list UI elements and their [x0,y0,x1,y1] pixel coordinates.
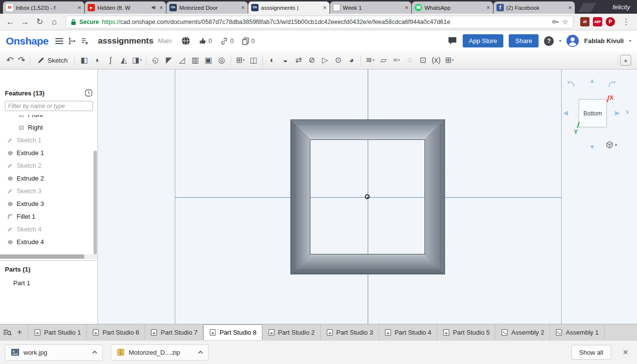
workspace-label[interactable]: Main [158,37,171,45]
link-counter[interactable]: 0 [220,37,234,45]
top-plane-left-edge-line[interactable] [175,69,175,324]
pinterest-icon[interactable]: P [606,17,615,26]
tab-close-icon[interactable]: × [323,4,327,11]
url-text[interactable]: https://cad.onshape.com/documents/0587d7… [102,19,549,25]
vertical-scrollbar-thumb[interactable] [94,151,97,254]
rib-icon[interactable]: ▥ [189,53,202,67]
browser-tab-motorized-door[interactable]: OnMotorized Door× [166,1,248,14]
view-options-menu[interactable]: ▾ [606,141,617,149]
feature-item-sketch-1[interactable]: Sketch 1 [0,134,97,146]
tab-close-icon[interactable]: × [241,4,245,11]
undo-button[interactable]: ↶ [4,53,16,67]
view-up-arrow-icon[interactable]: ▲ [589,77,595,84]
variable-icon[interactable]: (x) [429,53,443,67]
app-store-button[interactable]: App Store [463,34,504,47]
boolean-icon[interactable]: ◐ [265,53,279,67]
feature-item-extrude-3[interactable]: Extrude 3 [0,197,97,210]
share-button[interactable]: Share [509,34,539,47]
new-tab-button[interactable] [578,3,596,12]
feature-item-extrude-2[interactable]: Extrude 2 [0,172,97,184]
view-rotate-cw-icon[interactable] [607,80,617,89]
browser-tab-inbox-1-523-f[interactable]: MInbox (1,523) - f× [3,1,84,14]
delete-part-icon[interactable]: ⊘ [305,53,318,67]
redo-button[interactable]: ↷ [16,53,27,67]
bookmark-star-icon[interactable]: ☆ [562,18,568,26]
tab-part-studio-3[interactable]: Part Studio 3 [321,324,379,340]
sweep-icon[interactable]: ∫ [104,53,117,67]
part-list-item[interactable]: Part 1 [0,277,97,289]
tab-part-studio-7[interactable]: Part Studio 7 [145,324,203,340]
tab-part-studio-6[interactable]: Part Studio 6 [87,324,145,340]
download-item-motorized-d-zip[interactable]: Motorized_D....zip [111,344,209,361]
close-downloads-icon[interactable]: × [619,347,632,358]
extrude-icon[interactable]: ◧ [77,53,91,67]
top-plane-right-edge-line[interactable] [561,69,562,324]
feature-item-extrude-4[interactable]: Extrude 4 [0,235,97,247]
tab-part-studio-4[interactable]: Part Studio 4 [379,324,437,340]
tab-manager-icon[interactable] [2,328,12,336]
versions-icon[interactable] [68,37,76,45]
download-menu-chevron-icon[interactable] [93,351,97,356]
user-menu-caret-icon[interactable]: ▾ [629,39,631,43]
view-left-arrow-icon[interactable]: ◀ [563,110,568,116]
tab-assembly-2[interactable]: Assembly 2 [495,324,550,340]
hole-icon[interactable]: ◎ [215,53,228,67]
featurescript-icon[interactable]: ⊞▾ [443,53,456,67]
address-bar[interactable]: Secure https://cad.onshape.com/documents… [66,16,573,28]
panel-expand-chevron-icon[interactable]: › [626,107,629,116]
transform-icon[interactable]: ⇄ [292,53,305,67]
adblock-icon[interactable]: ABP [593,17,602,26]
view-rotate-ccw-icon[interactable] [566,80,576,89]
extension-badge-icon[interactable]: 65 [580,17,590,26]
feature-item-sketch-3[interactable]: Sketch 3 [0,184,97,197]
tab-close-icon[interactable]: × [159,4,163,11]
tab-close-icon[interactable]: × [568,4,572,11]
horizontal-scrollbar-thumb[interactable] [0,254,84,259]
split-icon[interactable]: ◒ [279,53,292,67]
derived-icon[interactable]: ⊡ [416,53,429,67]
home-button[interactable]: ⌂ [48,16,61,28]
help-button[interactable]: ? [544,36,554,46]
forward-button[interactable]: → [19,16,31,28]
browser-menu-button[interactable]: ⋮ [619,17,633,27]
browser-tab-asssignments[interactable]: Onasssignments | × [248,1,330,14]
view-down-arrow-icon[interactable]: ▼ [589,144,595,150]
reload-button[interactable]: ↻ [33,16,46,28]
tab-close-icon[interactable]: × [404,4,408,11]
sketch-button[interactable]: Sketch [33,53,72,67]
tab-part-studio-8[interactable]: Part Studio 8 [203,324,262,340]
view-right-arrow-icon[interactable]: ▶ [615,110,620,116]
revolve-icon[interactable]: ◗ [91,53,104,67]
helix-icon[interactable]: ◌ [403,53,416,67]
browser-tab-2-facebook[interactable]: f(2) Facebook× [494,1,575,14]
public-globe-icon[interactable] [181,36,190,46]
feature-item-right[interactable]: Right [0,121,97,134]
tab-part-studio-1[interactable]: Part Studio 1 [28,324,87,340]
thicken-icon[interactable]: ◨▾ [130,53,143,67]
loft-icon[interactable]: ◭ [117,53,130,67]
feature-item-sketch-4[interactable]: Sketch 4 [0,223,97,235]
user-name[interactable]: Fablab Kivuli [584,37,624,45]
history-list-icon[interactable] [81,37,89,45]
mirror-icon[interactable]: ◫ [247,53,260,67]
modify-fillet-icon[interactable]: ◕ [345,53,358,67]
like-counter[interactable]: 0 [199,37,212,45]
tab-close-icon[interactable]: × [77,4,81,11]
show-all-downloads-button[interactable]: Show all [571,345,611,360]
features-filter-input[interactable] [5,101,93,111]
feature-item-fillet-1[interactable]: Fillet 1 [0,210,97,223]
main-menu-icon[interactable] [55,38,64,45]
curve-icon[interactable]: ≈▾ [390,53,403,67]
browser-tab-week-1[interactable]: Week 1× [330,1,411,14]
copy-counter[interactable]: 0 [242,37,255,45]
history-clock-icon[interactable] [85,89,93,97]
fillet-icon[interactable]: ◵ [149,53,162,67]
tab-part-studio-5[interactable]: Part Studio 5 [437,324,495,340]
move-face-icon[interactable]: ▷ [318,53,331,67]
feature-item-sketch-2[interactable]: Sketch 2 [0,159,97,172]
shell-icon[interactable]: ▣ [202,53,215,67]
feature-item-front[interactable]: Front [0,115,97,121]
avatar[interactable] [566,35,579,47]
chamfer-icon[interactable]: ◤ [162,53,175,67]
horizontal-scrollbar-track[interactable] [0,254,97,259]
